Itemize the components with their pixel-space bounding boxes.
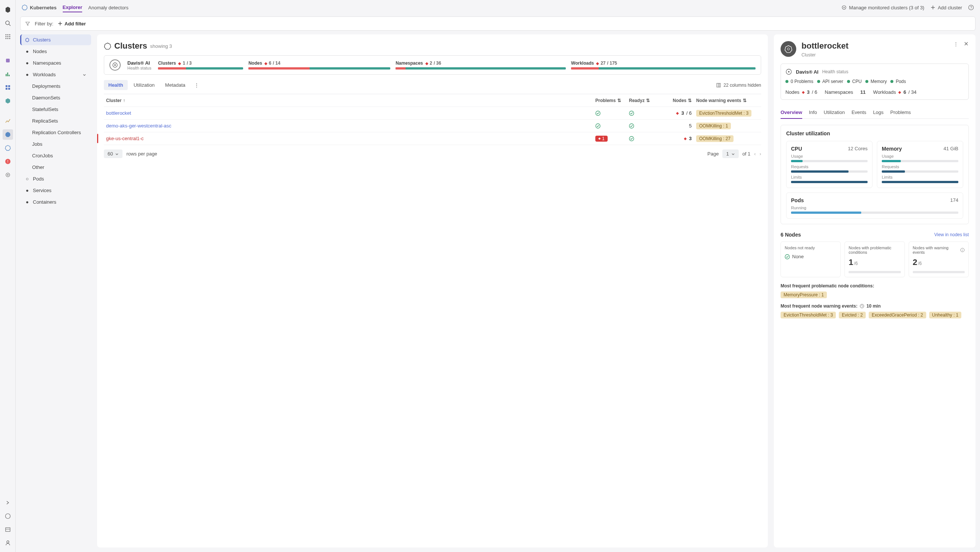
cluster-link[interactable]: gke-us-central1-c: [104, 136, 593, 141]
columns-icon: [716, 83, 721, 88]
svg-point-45: [787, 48, 789, 50]
tab-events[interactable]: Events: [851, 107, 867, 118]
tab-overview[interactable]: Overview: [781, 107, 802, 119]
rail-user-icon[interactable]: [3, 538, 13, 548]
manage-clusters-button[interactable]: Manage monitored clusters (3 of 3): [842, 5, 924, 10]
status-pill: 0 Problems: [786, 79, 813, 84]
rail-k8s2-icon[interactable]: [3, 143, 13, 153]
freq-pill: ExceededGracePeriod : 2: [869, 312, 926, 318]
tab-problems[interactable]: Problems: [890, 107, 911, 118]
tab-utilization[interactable]: Utilization: [824, 107, 845, 118]
sidenav-other[interactable]: Other: [20, 162, 91, 173]
tab-health[interactable]: Health: [104, 80, 128, 90]
svg-text:?: ?: [970, 6, 972, 10]
svg-point-3: [7, 34, 8, 35]
rail-gear-icon[interactable]: [3, 170, 13, 180]
rail-cube-icon[interactable]: [3, 55, 13, 66]
sort-icon: ⇅: [646, 98, 650, 103]
chevron-down-icon: [115, 152, 119, 156]
rail-hex-icon[interactable]: [3, 96, 13, 106]
page-select[interactable]: 1: [722, 150, 738, 158]
add-cluster-button[interactable]: Add cluster: [930, 5, 962, 10]
cluster-utilization-section: Cluster utilization CPU12 Cores Usage Re…: [781, 125, 969, 224]
sidenav-clusters[interactable]: Clusters: [20, 34, 91, 45]
more-menu-icon[interactable]: ⋮: [953, 41, 958, 47]
columns-hidden[interactable]: 22 columns hidden: [716, 83, 761, 88]
next-page-button[interactable]: ›: [760, 151, 761, 156]
sidenav-workloads[interactable]: ● Workloads: [20, 69, 91, 80]
plus-icon: [930, 5, 935, 10]
rail-apps-icon[interactable]: [3, 31, 13, 42]
detail-subtitle: Cluster: [802, 52, 848, 57]
tab-info[interactable]: Info: [809, 107, 817, 118]
svg-rect-17: [6, 88, 8, 90]
rail-dash-icon[interactable]: [3, 524, 13, 535]
svg-point-2: [5, 34, 6, 35]
sidenav-cronjobs[interactable]: CronJobs: [20, 150, 91, 161]
rail-logo-icon[interactable]: [3, 5, 13, 15]
help-icon: ?: [968, 5, 974, 10]
rows-per-page-select[interactable]: 60: [104, 150, 123, 158]
gear-icon: [842, 5, 847, 10]
sidenav-containers[interactable]: ● Containers: [20, 196, 91, 207]
memory-card: Memory41 GiB Usage Requests Limits: [877, 141, 963, 188]
tab-utilization[interactable]: Utilization: [129, 80, 159, 90]
freq-cond-title: Most frequent problematic node condition…: [781, 283, 969, 289]
page-title: Clusters showing 3: [104, 41, 761, 51]
cluster-link[interactable]: demo-aks-ger-westcentral-asc: [104, 123, 593, 129]
col-cluster[interactable]: Cluster ↑: [104, 98, 593, 103]
sidenav-statefulsets[interactable]: StatefulSets: [20, 104, 91, 115]
svg-point-6: [7, 36, 8, 37]
pagination: 60 rows per page Page 1 of 1 ‹ ›: [104, 150, 761, 158]
tab-logs[interactable]: Logs: [873, 107, 884, 118]
sidenav-daemonsets[interactable]: DaemonSets: [20, 92, 91, 103]
sidenav-pods[interactable]: ○ Pods: [20, 174, 91, 184]
sidenav-replication-controllers[interactable]: Replication Controllers: [20, 127, 91, 138]
sidenav-deployments[interactable]: Deployments: [20, 81, 91, 92]
sidenav-jobs[interactable]: Jobs: [20, 139, 91, 150]
cluster-link[interactable]: bottlerocket: [104, 110, 593, 116]
tab-anomaly-detectors[interactable]: Anomaly detectors: [88, 3, 129, 12]
circle-icon: ●: [25, 72, 30, 77]
chevron-down-icon[interactable]: [82, 72, 87, 77]
svg-point-49: [788, 71, 789, 72]
col-problems[interactable]: Problems ⇅: [593, 98, 627, 103]
help-button[interactable]: ?: [968, 5, 974, 10]
rail-expand-icon[interactable]: [3, 498, 13, 508]
rail-search-icon[interactable]: [3, 18, 13, 29]
add-filter-button[interactable]: Add filter: [58, 21, 86, 27]
svg-point-28: [844, 7, 845, 8]
table-row[interactable]: demo-aks-ger-westcentral-asc 5 OOMKillin…: [104, 120, 761, 132]
close-icon[interactable]: [964, 41, 969, 47]
node-card: Nodes not ready None: [781, 241, 841, 277]
rail-grid-icon[interactable]: [3, 82, 13, 93]
sidenav: Clusters ● Nodes ● Namespaces ● Workload…: [20, 34, 91, 547]
svg-point-36: [114, 64, 116, 66]
rail-line-icon[interactable]: [3, 116, 13, 126]
sidenav-nodes[interactable]: ● Nodes: [20, 46, 91, 57]
svg-rect-24: [6, 528, 10, 531]
prev-page-button[interactable]: ‹: [754, 151, 756, 156]
rail-alert-icon[interactable]: !: [3, 156, 13, 167]
col-nodes[interactable]: Nodes ⇅: [660, 98, 694, 103]
rail-k8s-icon[interactable]: [3, 129, 13, 140]
davis-summary: Davis® AI Health status Clusters 1/ 3 No…: [104, 55, 761, 75]
table-row[interactable]: gke-us-central1-c 1 3 OOMKilling : 27: [104, 132, 761, 145]
tab-explorer[interactable]: Explorer: [63, 3, 83, 12]
cluster-icon: [104, 42, 111, 50]
sidenav-replicasets[interactable]: ReplicaSets: [20, 115, 91, 126]
more-menu-icon[interactable]: ⋮: [191, 80, 202, 90]
table-row[interactable]: bottlerocket 3 / 6 EvictionThresholdMet …: [104, 107, 761, 120]
circle-icon: ●: [25, 188, 30, 193]
col-readyz[interactable]: Readyz ⇅: [627, 98, 660, 103]
sidenav-namespaces[interactable]: ● Namespaces: [20, 57, 91, 69]
rail-help-icon[interactable]: [3, 511, 13, 521]
info-icon[interactable]: i: [960, 248, 965, 252]
col-warnings[interactable]: Node warning events ⇅: [694, 98, 761, 103]
tab-metadata[interactable]: Metadata: [161, 80, 190, 90]
rail-chart-icon[interactable]: [3, 69, 13, 79]
view-nodes-link[interactable]: View in nodes list: [934, 232, 969, 237]
sidenav-services[interactable]: ● Services: [20, 185, 91, 196]
svg-text:!: !: [7, 160, 8, 164]
svg-rect-12: [6, 74, 7, 76]
